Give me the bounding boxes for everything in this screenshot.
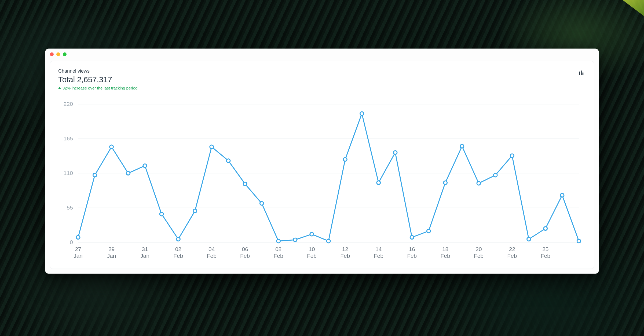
data-point[interactable] xyxy=(327,239,330,243)
trend-text: 32% increase over the last tracking peri… xyxy=(63,86,137,90)
data-point[interactable] xyxy=(76,236,80,239)
x-axis-label: 16Feb xyxy=(407,246,417,259)
x-axis-label: 20Feb xyxy=(474,246,484,259)
data-point[interactable] xyxy=(210,145,214,149)
analytics-card: Channel views Total 2,657,317 32% increa… xyxy=(50,61,594,269)
data-point[interactable] xyxy=(560,193,564,197)
x-axis-label: 22Feb xyxy=(507,246,517,259)
data-point[interactable] xyxy=(243,182,247,186)
data-point[interactable] xyxy=(126,171,130,175)
data-point[interactable] xyxy=(360,112,364,115)
y-axis-label: 110 xyxy=(64,170,73,176)
y-axis-label: 165 xyxy=(64,135,73,141)
data-point[interactable] xyxy=(293,238,297,242)
chart-type-button[interactable] xyxy=(577,68,586,77)
data-point[interactable] xyxy=(93,173,97,177)
card-titles: Channel views Total 2,657,317 32% increa… xyxy=(58,68,137,90)
data-point[interactable] xyxy=(343,158,347,161)
x-axis-label: 02Feb xyxy=(173,246,183,259)
x-axis-label: 25Feb xyxy=(541,246,550,259)
window-close-button[interactable] xyxy=(50,53,54,56)
x-axis-label: 31Jan xyxy=(140,246,149,259)
y-axis-label: 0 xyxy=(70,239,73,245)
trend-indicator: 32% increase over the last tracking peri… xyxy=(58,86,137,90)
app-window: Channel views Total 2,657,317 32% increa… xyxy=(45,49,599,274)
x-axis-label: 29Jan xyxy=(107,246,116,259)
data-point[interactable] xyxy=(260,201,264,205)
svg-rect-0 xyxy=(579,72,580,75)
window-zoom-button[interactable] xyxy=(63,53,67,56)
data-point[interactable] xyxy=(577,239,581,243)
line-chart: 05511016522027Jan29Jan31Jan02Feb04Feb06F… xyxy=(58,100,586,264)
window-titlebar xyxy=(45,49,599,60)
data-point[interactable] xyxy=(477,181,481,185)
data-point[interactable] xyxy=(226,159,230,163)
series-line xyxy=(78,114,579,241)
card-header: Channel views Total 2,657,317 32% increa… xyxy=(58,68,586,90)
data-point[interactable] xyxy=(377,181,380,185)
window-minimize-button[interactable] xyxy=(56,53,60,56)
data-point[interactable] xyxy=(510,154,514,158)
data-point[interactable] xyxy=(493,173,497,177)
data-point[interactable] xyxy=(527,237,531,241)
data-point[interactable] xyxy=(393,151,397,154)
data-point[interactable] xyxy=(410,236,414,239)
card-total: Total 2,657,317 xyxy=(58,75,137,84)
card-subtitle: Channel views xyxy=(58,68,137,74)
window-controls xyxy=(50,53,67,56)
data-point[interactable] xyxy=(177,237,180,241)
x-axis-label: 10Feb xyxy=(307,246,317,259)
x-axis-label: 18Feb xyxy=(441,246,450,259)
leaf-accent xyxy=(623,0,644,16)
x-axis-label: 04Feb xyxy=(207,246,217,259)
svg-rect-2 xyxy=(583,73,584,75)
x-axis-label: 27Jan xyxy=(74,246,83,259)
y-axis-label: 55 xyxy=(67,204,73,211)
data-point[interactable] xyxy=(444,181,447,185)
data-point[interactable] xyxy=(160,212,163,216)
x-axis-label: 08Feb xyxy=(274,246,283,259)
data-point[interactable] xyxy=(277,239,280,243)
data-point[interactable] xyxy=(110,145,114,149)
y-axis-label: 220 xyxy=(64,101,73,107)
bar-chart-icon xyxy=(578,70,584,76)
data-point[interactable] xyxy=(310,232,314,236)
x-axis-label: 12Feb xyxy=(340,246,350,259)
chart-container: 05511016522027Jan29Jan31Jan02Feb04Feb06F… xyxy=(58,100,586,264)
x-axis-label: 14Feb xyxy=(374,246,383,259)
data-point[interactable] xyxy=(193,209,197,213)
x-axis-label: 06Feb xyxy=(240,246,250,259)
caret-up-icon xyxy=(58,87,61,89)
data-point[interactable] xyxy=(427,229,431,233)
data-point[interactable] xyxy=(143,164,147,168)
data-point[interactable] xyxy=(544,227,547,230)
data-point[interactable] xyxy=(460,144,464,148)
svg-rect-1 xyxy=(581,70,582,75)
